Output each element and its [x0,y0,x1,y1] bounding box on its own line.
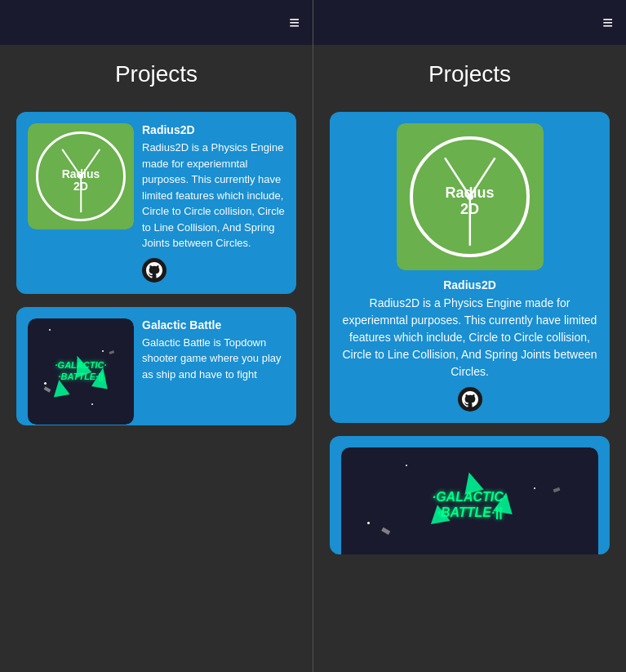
galactic-battle-thumbnail: ·GALACTIC··BATTLE·|| [28,318,134,425]
right-panel: ≡ Projects Radius2D [313,0,626,672]
galactic-battle-wide-card: ·GALACTIC··BATTLE·|| [330,436,610,554]
radius2d-name: Radius2D [142,123,285,136]
radius2d-thumbnail: Radius2D [28,123,134,229]
radius2d-wide-card: Radius2D Radius2D Radius2D is a Physics … [330,112,610,423]
left-topbar: ≡ [0,0,313,45]
galactic-thumb-bg: ·GALACTIC··BATTLE·|| [28,318,134,425]
left-hamburger-menu[interactable]: ≡ [289,12,300,33]
radius2d-wide-github-link[interactable] [458,387,482,412]
svg-rect-15 [553,487,561,492]
svg-rect-7 [109,350,114,354]
galactic-battle-card: ·GALACTIC··BATTLE·|| Galactic Battle Gal… [16,307,296,425]
galactic-wide-thumb-bg: ·GALACTIC··BATTLE·|| [341,447,598,554]
radius2d-wide-info: Radius2D Radius2D is a Physics Engine ma… [341,278,598,412]
radius2d-wide-description: Radius2D is a Physics Engine made for ex… [341,295,598,381]
left-projects-title: Projects [16,61,296,87]
radius2d-wide-circle: Radius2D [410,136,531,257]
radius2d-github-link[interactable] [142,258,166,283]
right-projects-title: Projects [330,61,610,87]
radius2d-logo-text: Radius2D [62,168,100,194]
left-panel: ≡ Projects Radius2D [0,0,313,672]
galactic-battle-wide-thumbnail: ·GALACTIC··BATTLE·|| [341,447,598,554]
radius2d-circle: Radius2D [36,131,127,222]
galactic-battle-name: Galactic Battle [142,318,285,332]
right-hamburger-menu[interactable]: ≡ [602,12,613,33]
left-panel-content: Projects Radius2D [0,45,313,672]
right-panel-content: Projects Radius2D Radius [313,45,626,672]
radius2d-description: Radius2D is a Physics Engine made for ex… [142,140,285,251]
right-topbar: ≡ [313,0,626,45]
galactic-wide-title-text: ·GALACTIC··BATTLE·|| [433,489,508,520]
radius2d-wide-logo-text: Radius2D [445,185,494,218]
github-icon [146,262,162,278]
radius2d-card: Radius2D Radius2D Radius2D is a Physics … [16,112,296,294]
radius2d-wide-thumbnail: Radius2D [397,123,544,270]
radius2d-thumb-bg: Radius2D [28,123,134,229]
galactic-battle-description: Galactic Battle is Topdown shooter game … [142,335,285,383]
radius2d-wide-thumb-bg: Radius2D [397,123,544,270]
github-wide-icon [462,391,478,407]
radius2d-wide-name: Radius2D [341,278,598,291]
galactic-battle-info: Galactic Battle Galactic Battle is Topdo… [142,318,285,414]
svg-rect-6 [44,386,51,392]
radius2d-info: Radius2D Radius2D is a Physics Engine ma… [142,123,285,283]
svg-rect-14 [381,527,390,535]
galactic-title-text: ·GALACTIC··BATTLE·|| [55,360,107,381]
